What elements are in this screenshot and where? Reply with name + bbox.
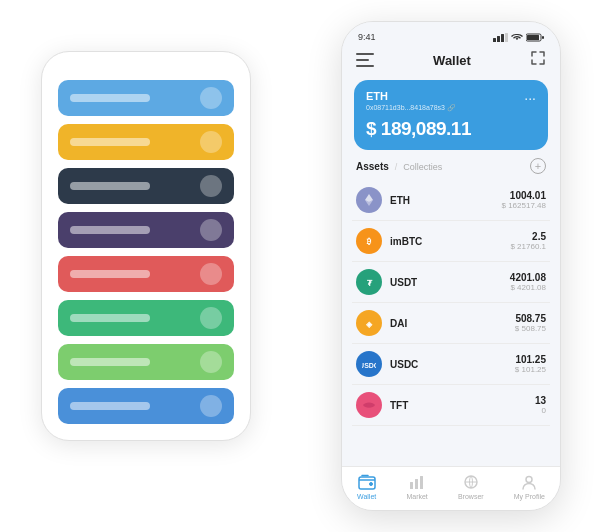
tft-primary-amount: 13 <box>535 395 546 406</box>
nav-browser[interactable]: Browser <box>458 473 484 500</box>
card-icon <box>200 351 222 373</box>
usdc-asset-name: USDC <box>390 359 515 370</box>
wallet-nav-label: Wallet <box>357 493 376 500</box>
eth-amounts: 1004.01 $ 162517.48 <box>502 190 547 210</box>
svg-rect-17 <box>410 482 413 489</box>
card-label <box>70 138 150 146</box>
phone-front: 9:41 <box>341 21 561 511</box>
list-item[interactable] <box>58 344 234 380</box>
svg-rect-18 <box>415 479 418 489</box>
eth-logo <box>356 187 382 213</box>
wallet-nav-icon <box>358 473 376 491</box>
market-nav-label: Market <box>406 493 427 500</box>
usdc-amounts: 101.25 $ 101.25 <box>515 354 546 374</box>
time-display: 9:41 <box>358 32 376 42</box>
card-label <box>70 402 150 410</box>
table-row[interactable]: ₿ imBTC 2.5 $ 21760.1 <box>352 221 550 262</box>
nav-wallet[interactable]: Wallet <box>357 473 376 500</box>
card-label <box>70 270 150 278</box>
card-label <box>70 314 150 322</box>
wifi-icon <box>511 33 523 42</box>
svg-rect-5 <box>527 35 539 40</box>
usdt-asset-name: USDT <box>390 277 510 288</box>
card-label <box>70 182 150 190</box>
tft-amounts: 13 0 <box>535 395 546 415</box>
eth-primary-amount: 1004.01 <box>502 190 547 201</box>
svg-rect-2 <box>501 34 504 42</box>
dai-asset-name: DAI <box>390 318 515 329</box>
eth-card[interactable]: ETH 0x08711d3b...8418a78s3 🔗 $ 189,089.1… <box>354 80 548 150</box>
tft-asset-name: TFT <box>390 400 535 411</box>
assets-tabs: Assets / Collecties <box>356 161 442 172</box>
browser-nav-icon <box>462 473 480 491</box>
svg-point-21 <box>526 477 532 483</box>
more-options-icon[interactable]: ··· <box>524 90 536 106</box>
usdt-logo: ₮ <box>356 269 382 295</box>
eth-card-currency: ETH <box>366 90 536 102</box>
assets-header: Assets / Collecties + <box>342 158 560 180</box>
dai-logo: ◈ <box>356 310 382 336</box>
card-icon <box>200 263 222 285</box>
svg-rect-0 <box>493 38 496 42</box>
tab-separator: / <box>395 162 398 172</box>
dai-amounts: 508.75 $ 508.75 <box>515 313 546 333</box>
usdc-logo: USDC <box>356 351 382 377</box>
card-icon <box>200 307 222 329</box>
eth-asset-name: ETH <box>390 195 502 206</box>
market-nav-icon <box>408 473 426 491</box>
table-row[interactable]: ◈ DAI 508.75 $ 508.75 <box>352 303 550 344</box>
table-row[interactable]: TFT 13 0 <box>352 385 550 426</box>
svg-text:USDC: USDC <box>362 362 376 369</box>
svg-rect-6 <box>542 36 544 39</box>
table-row[interactable]: ₮ USDT 4201.08 $ 4201.08 <box>352 262 550 303</box>
eth-card-address: 0x08711d3b...8418a78s3 🔗 <box>366 104 536 112</box>
amount-value: 189,089.11 <box>381 118 471 139</box>
table-row[interactable]: ETH 1004.01 $ 162517.48 <box>352 180 550 221</box>
status-bar: 9:41 <box>342 22 560 46</box>
svg-text:◈: ◈ <box>365 320 373 329</box>
imbtc-logo: ₿ <box>356 228 382 254</box>
asset-list: ETH 1004.01 $ 162517.48 ₿ imBTC 2.5 $ 21… <box>342 180 560 466</box>
svg-rect-1 <box>497 36 500 42</box>
card-label <box>70 226 150 234</box>
list-item[interactable] <box>58 212 234 248</box>
imbtc-secondary-amount: $ 21760.1 <box>510 242 546 251</box>
card-icon <box>200 131 222 153</box>
add-asset-button[interactable]: + <box>530 158 546 174</box>
card-icon <box>200 175 222 197</box>
menu-icon[interactable] <box>356 53 374 67</box>
list-item[interactable] <box>58 168 234 204</box>
tft-logo <box>356 392 382 418</box>
tab-collecties[interactable]: Collecties <box>403 162 442 172</box>
usdc-primary-amount: 101.25 <box>515 354 546 365</box>
svg-rect-19 <box>420 476 423 489</box>
list-item[interactable] <box>58 300 234 336</box>
usdt-amounts: 4201.08 $ 4201.08 <box>510 272 546 292</box>
card-icon <box>200 395 222 417</box>
profile-nav-label: My Profile <box>514 493 545 500</box>
list-item[interactable] <box>58 124 234 160</box>
scene: 9:41 <box>11 11 591 521</box>
phone-back <box>41 51 251 441</box>
svg-rect-3 <box>505 33 508 42</box>
page-title: Wallet <box>433 53 471 68</box>
expand-icon[interactable] <box>530 50 546 70</box>
table-row[interactable]: USDC USDC 101.25 $ 101.25 <box>352 344 550 385</box>
list-item[interactable] <box>58 80 234 116</box>
imbtc-amounts: 2.5 $ 21760.1 <box>510 231 546 251</box>
status-icons <box>493 33 544 42</box>
nav-profile[interactable]: My Profile <box>514 473 545 500</box>
tab-assets[interactable]: Assets <box>356 161 389 172</box>
list-item[interactable] <box>58 256 234 292</box>
bottom-nav: Wallet Market <box>342 466 560 510</box>
card-label <box>70 358 150 366</box>
browser-nav-label: Browser <box>458 493 484 500</box>
eth-card-amount: $ 189,089.11 <box>366 118 536 140</box>
svg-point-16 <box>369 483 372 486</box>
card-label <box>70 94 150 102</box>
card-icon <box>200 219 222 241</box>
usdt-primary-amount: 4201.08 <box>510 272 546 283</box>
nav-market[interactable]: Market <box>406 473 427 500</box>
list-item[interactable] <box>58 388 234 424</box>
nav-bar: Wallet <box>342 46 560 76</box>
